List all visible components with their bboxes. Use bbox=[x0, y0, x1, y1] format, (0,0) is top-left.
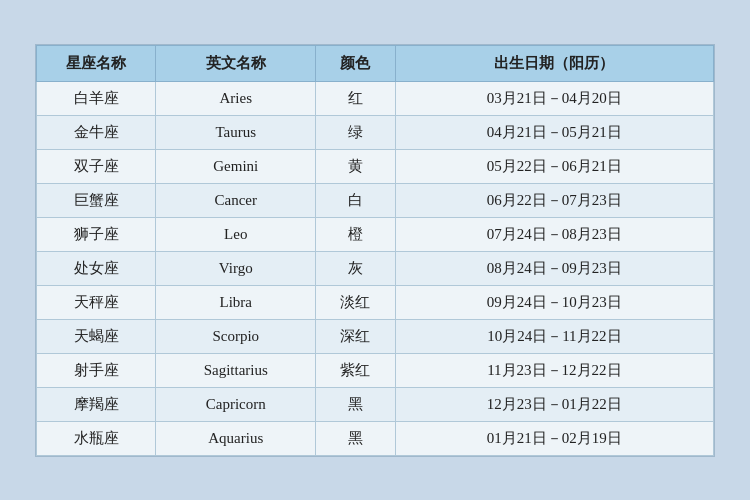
cell-english: Sagittarius bbox=[156, 353, 316, 387]
table-row: 天秤座Libra淡红09月24日－10月23日 bbox=[37, 285, 714, 319]
cell-english: Gemini bbox=[156, 149, 316, 183]
cell-chinese: 金牛座 bbox=[37, 115, 156, 149]
cell-english: Taurus bbox=[156, 115, 316, 149]
cell-english: Virgo bbox=[156, 251, 316, 285]
cell-english: Libra bbox=[156, 285, 316, 319]
header-chinese: 星座名称 bbox=[37, 45, 156, 81]
cell-color: 白 bbox=[316, 183, 396, 217]
cell-date: 08月24日－09月23日 bbox=[395, 251, 713, 285]
cell-color: 淡红 bbox=[316, 285, 396, 319]
header-english: 英文名称 bbox=[156, 45, 316, 81]
table-header-row: 星座名称 英文名称 颜色 出生日期（阳历） bbox=[37, 45, 714, 81]
table-row: 白羊座Aries红03月21日－04月20日 bbox=[37, 81, 714, 115]
cell-color: 灰 bbox=[316, 251, 396, 285]
table-row: 射手座Sagittarius紫红11月23日－12月22日 bbox=[37, 353, 714, 387]
cell-color: 黑 bbox=[316, 387, 396, 421]
cell-english: Aquarius bbox=[156, 421, 316, 455]
table-body: 白羊座Aries红03月21日－04月20日金牛座Taurus绿04月21日－0… bbox=[37, 81, 714, 455]
table-row: 水瓶座Aquarius黑01月21日－02月19日 bbox=[37, 421, 714, 455]
cell-color: 紫红 bbox=[316, 353, 396, 387]
cell-chinese: 摩羯座 bbox=[37, 387, 156, 421]
cell-date: 06月22日－07月23日 bbox=[395, 183, 713, 217]
cell-chinese: 巨蟹座 bbox=[37, 183, 156, 217]
cell-chinese: 天秤座 bbox=[37, 285, 156, 319]
table-row: 处女座Virgo灰08月24日－09月23日 bbox=[37, 251, 714, 285]
cell-date: 04月21日－05月21日 bbox=[395, 115, 713, 149]
table-row: 狮子座Leo橙07月24日－08月23日 bbox=[37, 217, 714, 251]
zodiac-table-container: 星座名称 英文名称 颜色 出生日期（阳历） 白羊座Aries红03月21日－04… bbox=[35, 44, 715, 457]
cell-chinese: 水瓶座 bbox=[37, 421, 156, 455]
cell-chinese: 天蝎座 bbox=[37, 319, 156, 353]
cell-date: 09月24日－10月23日 bbox=[395, 285, 713, 319]
cell-color: 橙 bbox=[316, 217, 396, 251]
table-row: 金牛座Taurus绿04月21日－05月21日 bbox=[37, 115, 714, 149]
cell-color: 黄 bbox=[316, 149, 396, 183]
cell-date: 10月24日－11月22日 bbox=[395, 319, 713, 353]
table-row: 巨蟹座Cancer白06月22日－07月23日 bbox=[37, 183, 714, 217]
header-date: 出生日期（阳历） bbox=[395, 45, 713, 81]
cell-date: 11月23日－12月22日 bbox=[395, 353, 713, 387]
cell-chinese: 白羊座 bbox=[37, 81, 156, 115]
cell-color: 红 bbox=[316, 81, 396, 115]
cell-date: 01月21日－02月19日 bbox=[395, 421, 713, 455]
cell-english: Scorpio bbox=[156, 319, 316, 353]
cell-english: Leo bbox=[156, 217, 316, 251]
table-row: 天蝎座Scorpio深红10月24日－11月22日 bbox=[37, 319, 714, 353]
cell-chinese: 射手座 bbox=[37, 353, 156, 387]
cell-color: 绿 bbox=[316, 115, 396, 149]
cell-english: Aries bbox=[156, 81, 316, 115]
cell-date: 12月23日－01月22日 bbox=[395, 387, 713, 421]
cell-chinese: 双子座 bbox=[37, 149, 156, 183]
cell-english: Capricorn bbox=[156, 387, 316, 421]
table-row: 摩羯座Capricorn黑12月23日－01月22日 bbox=[37, 387, 714, 421]
cell-date: 07月24日－08月23日 bbox=[395, 217, 713, 251]
cell-color: 黑 bbox=[316, 421, 396, 455]
cell-english: Cancer bbox=[156, 183, 316, 217]
table-row: 双子座Gemini黄05月22日－06月21日 bbox=[37, 149, 714, 183]
cell-chinese: 处女座 bbox=[37, 251, 156, 285]
header-color: 颜色 bbox=[316, 45, 396, 81]
cell-date: 03月21日－04月20日 bbox=[395, 81, 713, 115]
cell-color: 深红 bbox=[316, 319, 396, 353]
cell-chinese: 狮子座 bbox=[37, 217, 156, 251]
cell-date: 05月22日－06月21日 bbox=[395, 149, 713, 183]
zodiac-table: 星座名称 英文名称 颜色 出生日期（阳历） 白羊座Aries红03月21日－04… bbox=[36, 45, 714, 456]
